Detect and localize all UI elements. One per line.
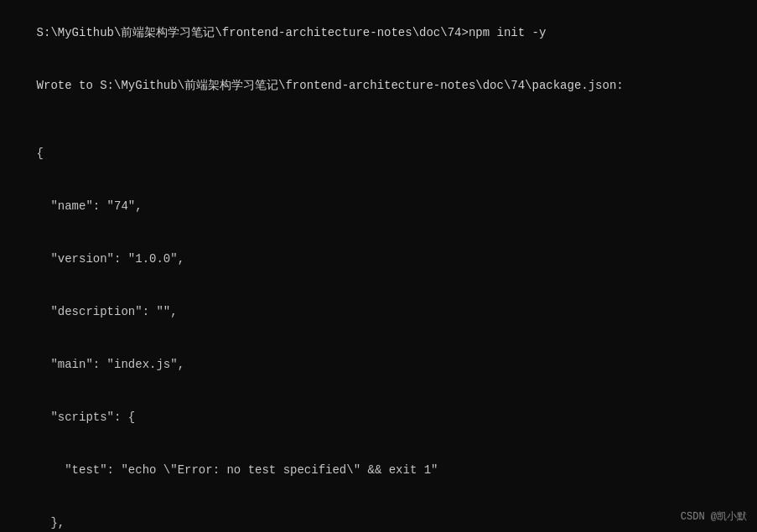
json-desc: "description": "", (8, 286, 749, 338)
json-version: "version": "1.0.0", (8, 233, 749, 286)
json-test: "test": "echo \"Error: no test specified… (8, 444, 749, 497)
json-name: "name": "74", (8, 180, 749, 233)
json-scripts-close: }, (8, 497, 749, 532)
command-line-1: S:\MyGithub\前端架构学习笔记\frontend-architectu… (8, 7, 749, 59)
spacer-1 (8, 112, 749, 127)
json-main: "main": "index.js", (8, 338, 749, 391)
wrote-to-line: Wrote to S:\MyGithub\前端架构学习笔记\frontend-a… (8, 59, 749, 112)
terminal-window: S:\MyGithub\前端架构学习笔记\frontend-architectu… (0, 0, 757, 532)
watermark: CSDN @凯小默 (681, 509, 747, 524)
json-scripts-open: "scripts": { (8, 391, 749, 444)
json-open: { (8, 127, 749, 180)
